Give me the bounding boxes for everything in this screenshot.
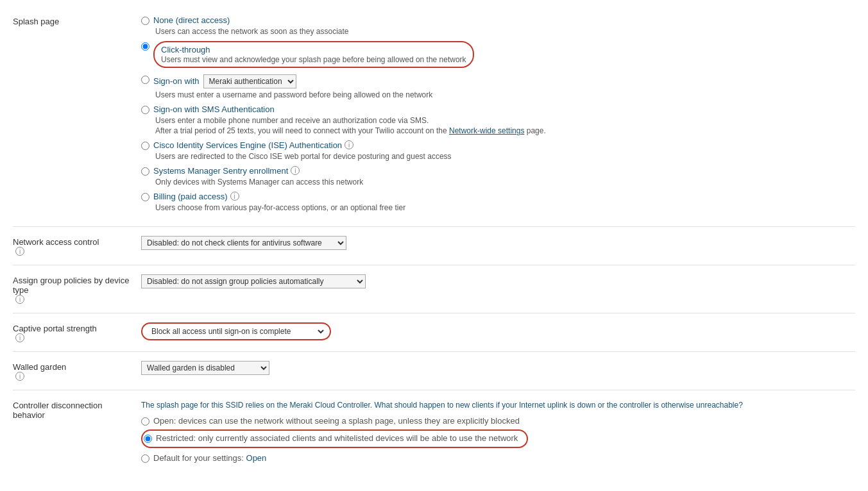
agp-label-container: Assign group policies by device type i [13, 274, 141, 304]
splash-radio-sms[interactable] [141, 106, 149, 114]
splash-label-none: None (direct access) [153, 15, 230, 25]
splash-desc-sms: Users enter a mobile phone number and re… [155, 115, 855, 137]
splash-desc-none: Users can access the network as soon as … [155, 26, 855, 37]
splash-radio-billing[interactable] [141, 193, 149, 201]
nac-info-icon[interactable]: i [15, 247, 24, 256]
splash-desc-billing: Users choose from various pay-for-access… [155, 203, 855, 213]
nac-label: Network access control [13, 237, 99, 247]
cd-restricted-wrapper: Restricted: only currently associated cl… [141, 429, 855, 451]
wg-dropdown[interactable]: Walled garden is disabled [141, 361, 269, 375]
wg-content: Walled garden is disabled [141, 361, 855, 375]
cps-dropdown[interactable]: Block all access until sign-on is comple… [146, 325, 326, 338]
cd-radio-restricted[interactable] [144, 435, 152, 443]
cps-label: Captive portal strength [13, 324, 97, 333]
splash-option-sms[interactable]: Sign-on with SMS Authentication [141, 104, 855, 114]
nac-dropdown[interactable]: Disabled: do not check clients for antiv… [141, 236, 346, 250]
billing-info-icon[interactable]: i [230, 192, 239, 201]
wg-label-container: Walled garden i [13, 361, 141, 381]
sysmanager-info-icon[interactable]: i [291, 166, 300, 175]
agp-content: Disabled: do not assign group policies a… [141, 274, 855, 288]
cps-info-icon[interactable]: i [15, 333, 24, 342]
splash-desc-cisco: Users are redirected to the Cisco ISE we… [155, 151, 855, 162]
splash-option-billing[interactable]: Billing (paid access) i [141, 192, 855, 201]
splash-option-clickthrough[interactable]: Click-through Users must view and acknow… [141, 41, 855, 71]
cd-content: The splash page for this SSID relies on … [141, 399, 855, 464]
splash-label-signon: Sign-on with [153, 76, 200, 86]
splash-option-sysmanager[interactable]: Systems Manager Sentry enrollment i [141, 166, 855, 176]
cd-label-restricted: Restricted: only currently associated cl… [156, 433, 518, 443]
network-wide-link[interactable]: Network-wide settings [449, 126, 524, 135]
splash-label-billing: Billing (paid access) [153, 192, 228, 201]
captive-portal-strength-section: Captive portal strength i Block all acce… [13, 313, 855, 352]
splash-radio-none[interactable] [141, 17, 149, 25]
cd-info-text: The splash page for this SSID relies on … [141, 399, 855, 411]
wg-label: Walled garden [13, 362, 66, 372]
assign-group-policies-section: Assign group policies by device type i D… [13, 265, 855, 313]
signon-dropdown[interactable]: Meraki authentication [203, 74, 296, 88]
splash-radio-sysmanager[interactable] [141, 167, 149, 176]
splash-label-cisco: Cisco Identity Services Engine (ISE) Aut… [153, 140, 342, 150]
splash-option-none[interactable]: None (direct access) [141, 15, 855, 25]
cd-label: Controller disconnection behavior [13, 401, 102, 420]
cd-label-default: Default for your settings: Open [153, 453, 266, 463]
cd-radio-open[interactable] [141, 417, 149, 426]
signon-row: Sign-on with Meraki authentication [153, 74, 296, 88]
splash-option-signon[interactable]: Sign-on with Meraki authentication [141, 74, 855, 88]
cd-radio-default[interactable] [141, 454, 149, 463]
network-access-control-section: Network access control i Disabled: do no… [13, 227, 855, 265]
splash-desc-clickthrough: Users must view and acknowledge your spl… [161, 55, 466, 64]
cps-highlight: Block all access until sign-on is comple… [141, 322, 331, 340]
splash-page-section: Splash page None (direct access) Users c… [13, 6, 855, 227]
cps-content: Block all access until sign-on is comple… [141, 322, 855, 340]
splash-radio-signon[interactable] [141, 76, 149, 84]
cd-option-default[interactable]: Default for your settings: Open [141, 453, 855, 463]
cisco-info-icon[interactable]: i [345, 140, 353, 149]
wg-info-icon[interactable]: i [15, 372, 24, 381]
splash-page-content: None (direct access) Users can access th… [141, 15, 855, 217]
agp-dropdown[interactable]: Disabled: do not assign group policies a… [141, 274, 366, 288]
splash-label-clickthrough: Click-through [161, 45, 210, 54]
splash-option-cisco[interactable]: Cisco Identity Services Engine (ISE) Aut… [141, 140, 855, 150]
walled-garden-section: Walled garden i Walled garden is disable… [13, 352, 855, 390]
controller-disconnection-section: Controller disconnection behavior The sp… [13, 390, 855, 473]
cd-label-container: Controller disconnection behavior [13, 399, 141, 420]
splash-page-label: Splash page [13, 15, 141, 26]
cd-option-open[interactable]: Open: devices can use the network withou… [141, 416, 855, 426]
splash-desc-signon: Users must enter a username and password… [155, 90, 855, 101]
agp-label: Assign group policies by device type [13, 276, 135, 295]
nac-label-container: Network access control i [13, 236, 141, 256]
agp-info-icon[interactable]: i [15, 295, 24, 304]
cd-restricted-highlight: Restricted: only currently associated cl… [141, 429, 528, 448]
cd-label-open: Open: devices can use the network withou… [153, 416, 520, 426]
cps-label-container: Captive portal strength i [13, 322, 141, 342]
nac-content: Disabled: do not check clients for antiv… [141, 236, 855, 250]
cd-option-restricted[interactable]: Restricted: only currently associated cl… [144, 433, 518, 443]
splash-label-sysmanager: Systems Manager Sentry enrollment [153, 166, 288, 176]
splash-radio-cisco[interactable] [141, 142, 149, 150]
splash-radio-clickthrough[interactable] [141, 42, 149, 51]
clickthrough-highlight: Click-through Users must view and acknow… [153, 41, 474, 68]
splash-desc-sysmanager: Only devices with Systems Manager can ac… [155, 177, 855, 188]
splash-label-sms: Sign-on with SMS Authentication [153, 104, 275, 114]
